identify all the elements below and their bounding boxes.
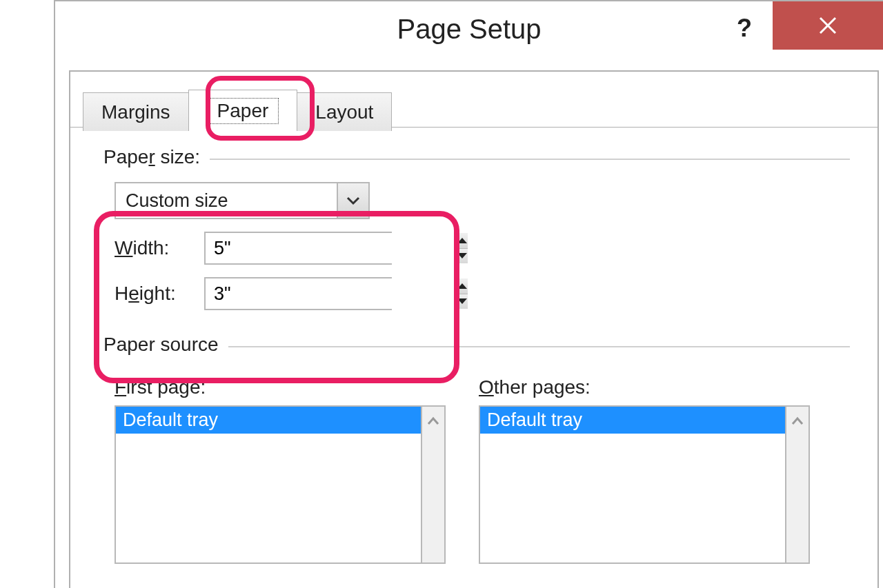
tab-margins[interactable]: Margins bbox=[83, 92, 189, 131]
height-spin-buttons bbox=[455, 278, 468, 309]
height-row: Height: bbox=[115, 277, 850, 310]
width-label: Width: bbox=[115, 237, 204, 259]
tab-label: Paper bbox=[207, 98, 279, 124]
dialog-title: Page Setup bbox=[397, 14, 541, 45]
first-page-label: First page: bbox=[115, 376, 446, 398]
svg-marker-4 bbox=[457, 283, 467, 289]
paper-source-section: Paper source First page: Default tray bbox=[103, 334, 850, 564]
first-page-list-items: Default tray bbox=[116, 407, 421, 562]
caret-down-icon bbox=[457, 298, 468, 305]
section-rule bbox=[228, 346, 850, 347]
paper-size-label: Paper size: bbox=[103, 146, 850, 168]
tab-paper[interactable]: Paper bbox=[188, 90, 298, 131]
other-pages-listbox[interactable]: Default tray bbox=[479, 405, 810, 564]
tab-layout[interactable]: Layout bbox=[297, 92, 392, 131]
combo-dropdown-button[interactable] bbox=[337, 183, 368, 218]
other-pages-list-items: Default tray bbox=[480, 407, 785, 562]
other-pages-scrollbar[interactable] bbox=[785, 407, 808, 562]
list-item[interactable]: Default tray bbox=[116, 407, 421, 434]
height-input[interactable] bbox=[206, 278, 455, 309]
caret-down-icon bbox=[457, 252, 468, 259]
first-page-scrollbar[interactable] bbox=[421, 407, 444, 562]
width-spinner[interactable] bbox=[204, 232, 392, 265]
svg-marker-3 bbox=[457, 253, 467, 258]
chevron-down-icon bbox=[346, 196, 360, 205]
help-icon[interactable]: ? bbox=[737, 14, 752, 43]
dialog-body: Margins Paper Layout Paper size: bbox=[69, 70, 879, 588]
tab-label: Layout bbox=[315, 101, 373, 123]
page-setup-dialog: Page Setup ? Margins Paper Layout bbox=[54, 0, 883, 588]
section-rule bbox=[210, 159, 850, 160]
scroll-up-icon[interactable] bbox=[791, 412, 804, 430]
scroll-up-icon[interactable] bbox=[427, 412, 439, 430]
height-label: Height: bbox=[115, 283, 204, 305]
width-spin-buttons bbox=[455, 233, 468, 263]
width-spin-down[interactable] bbox=[457, 248, 468, 264]
close-button[interactable] bbox=[773, 1, 883, 50]
tab-label: Margins bbox=[101, 101, 170, 123]
other-pages-label: Other pages: bbox=[479, 376, 810, 398]
first-page-column: First page: Default tray bbox=[115, 376, 446, 564]
width-row: Width: bbox=[115, 232, 850, 265]
other-pages-column: Other pages: Default tray bbox=[479, 376, 810, 564]
first-page-listbox[interactable]: Default tray bbox=[115, 405, 446, 564]
caret-up-icon bbox=[457, 237, 468, 244]
close-icon bbox=[817, 15, 838, 36]
svg-marker-2 bbox=[457, 238, 467, 243]
caret-up-icon bbox=[457, 283, 468, 290]
paper-size-block: Custom size Width: bbox=[103, 182, 850, 310]
svg-marker-5 bbox=[457, 298, 467, 304]
paper-size-value: Custom size bbox=[116, 183, 337, 218]
height-spin-down[interactable] bbox=[457, 294, 468, 310]
tab-content-paper: Paper size: Custom size Width: bbox=[103, 146, 850, 588]
tabstrip: Margins Paper Layout bbox=[83, 85, 391, 131]
paper-size-combo[interactable]: Custom size bbox=[115, 182, 370, 219]
height-spinner[interactable] bbox=[204, 277, 392, 310]
list-item[interactable]: Default tray bbox=[480, 407, 785, 434]
paper-source-label: Paper source bbox=[103, 334, 850, 356]
width-input[interactable] bbox=[206, 233, 455, 263]
paper-source-columns: First page: Default tray bbox=[103, 376, 850, 564]
height-spin-up[interactable] bbox=[457, 278, 468, 294]
titlebar: Page Setup ? bbox=[55, 1, 883, 57]
width-spin-up[interactable] bbox=[457, 233, 468, 248]
